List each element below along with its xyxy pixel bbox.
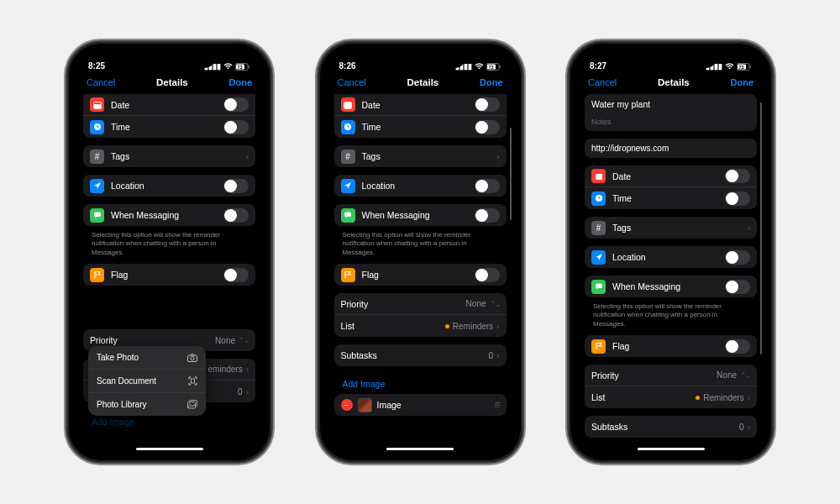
- nav-bar: Cancel Details Done: [328, 72, 513, 94]
- scan-document-item[interactable]: Scan Document: [88, 370, 206, 393]
- location-toggle[interactable]: [475, 179, 500, 193]
- subtasks-row[interactable]: Subtasks 0 ›: [334, 344, 507, 366]
- message-icon: [341, 208, 355, 223]
- phone-1: 8:25 ▮▮▮▮ 73 Cancel Details Done Date: [67, 42, 271, 462]
- add-image-link[interactable]: Add Image: [334, 374, 507, 394]
- messaging-hint: Selecting this option will show the remi…: [334, 228, 507, 264]
- tags-row[interactable]: # Tags ›: [83, 145, 255, 167]
- messaging-toggle[interactable]: [223, 208, 249, 223]
- phone-3: 8:27 ▮▮▮▮ 73 Cancel Details Done Water m…: [569, 42, 773, 462]
- message-icon: [90, 208, 104, 223]
- list-row[interactable]: List Reminders ›: [585, 386, 757, 408]
- photo-library-item[interactable]: Photo Library: [88, 393, 206, 416]
- done-button[interactable]: Done: [731, 77, 754, 87]
- location-toggle[interactable]: [223, 179, 249, 193]
- svg-rect-25: [596, 174, 602, 180]
- date-row[interactable]: Date: [585, 165, 757, 187]
- updown-icon: ⌃⌄: [490, 300, 500, 308]
- hash-icon: #: [341, 150, 355, 164]
- wifi-icon: [475, 63, 484, 70]
- flag-icon: [90, 268, 104, 282]
- flag-toggle[interactable]: [725, 339, 750, 354]
- chevron-right-icon: ›: [748, 393, 750, 402]
- scrollbar[interactable]: [760, 102, 762, 354]
- flag-icon: [341, 268, 355, 282]
- priority-row[interactable]: Priority None ⌃⌄: [334, 293, 507, 315]
- image-thumbnail[interactable]: [358, 398, 372, 412]
- date-toggle[interactable]: [223, 97, 249, 112]
- updown-icon: ⌃⌄: [740, 371, 750, 380]
- image-source-menu: Take Photo Scan Document Photo Library: [88, 346, 206, 416]
- wifi-icon: [223, 63, 233, 70]
- svg-rect-16: [499, 66, 500, 68]
- done-button[interactable]: Done: [229, 77, 253, 87]
- done-button[interactable]: Done: [480, 77, 503, 87]
- cancel-button[interactable]: Cancel: [338, 77, 366, 87]
- updown-icon: ⌃⌄: [239, 336, 249, 344]
- date-toggle[interactable]: [725, 169, 750, 183]
- battery-icon: 73: [235, 63, 250, 71]
- time-row[interactable]: Time: [334, 116, 507, 138]
- message-icon: [591, 280, 606, 294]
- notes-field[interactable]: Notes: [585, 114, 757, 131]
- location-row[interactable]: Location: [585, 246, 757, 268]
- cancel-button[interactable]: Cancel: [588, 77, 617, 87]
- title-field[interactable]: Water my plant: [585, 94, 757, 114]
- location-toggle[interactable]: [725, 250, 750, 265]
- messaging-toggle[interactable]: [725, 280, 750, 294]
- messaging-hint: Selecting this option will show the remi…: [585, 299, 757, 335]
- notch: [123, 50, 216, 68]
- location-icon: [341, 179, 355, 193]
- hash-icon: #: [90, 150, 104, 164]
- take-photo-item[interactable]: Take Photo: [88, 346, 206, 370]
- messaging-row[interactable]: When Messaging: [83, 204, 255, 226]
- status-time: 8:25: [88, 61, 105, 71]
- wifi-icon: [725, 63, 734, 70]
- messaging-row[interactable]: When Messaging: [334, 204, 507, 226]
- chevron-right-icon: ›: [496, 152, 499, 161]
- date-row[interactable]: Date: [334, 94, 507, 116]
- list-row[interactable]: List Reminders ›: [334, 315, 507, 337]
- calendar-icon: [90, 97, 104, 112]
- messaging-toggle[interactable]: [475, 208, 500, 223]
- url-field[interactable]: http://idropnews.com: [585, 139, 757, 158]
- nav-bar: Cancel Details Done: [578, 72, 764, 94]
- flag-icon: [591, 339, 606, 354]
- time-row[interactable]: Time: [585, 187, 757, 209]
- home-indicator[interactable]: [136, 448, 203, 450]
- time-toggle[interactable]: [725, 192, 750, 206]
- home-indicator[interactable]: [638, 448, 705, 450]
- notch: [374, 50, 466, 68]
- nav-title: Details: [156, 77, 188, 87]
- time-toggle[interactable]: [223, 120, 249, 134]
- tags-row[interactable]: # Tags ›: [334, 145, 507, 167]
- location-icon: [591, 250, 606, 265]
- flag-toggle[interactable]: [223, 268, 249, 282]
- battery-icon: 73: [486, 63, 501, 71]
- time-toggle[interactable]: [475, 120, 500, 134]
- location-row[interactable]: Location: [83, 175, 255, 197]
- svg-point-9: [191, 356, 194, 360]
- flag-row[interactable]: Flag: [585, 335, 757, 357]
- date-toggle[interactable]: [475, 97, 500, 112]
- tags-row[interactable]: # Tags ›: [585, 217, 757, 239]
- subtasks-row[interactable]: Subtasks 0 ›: [585, 416, 757, 438]
- drag-handle-icon[interactable]: ≡: [494, 399, 499, 411]
- messaging-row[interactable]: When Messaging: [585, 276, 757, 297]
- flag-row[interactable]: Flag: [83, 264, 255, 286]
- time-row[interactable]: Time: [83, 116, 255, 138]
- chevron-right-icon: ›: [246, 365, 249, 374]
- image-row[interactable]: − Image ≡: [334, 394, 507, 416]
- svg-rect-5: [94, 102, 101, 104]
- remove-icon[interactable]: −: [341, 399, 353, 411]
- list-color-dot: [696, 396, 700, 400]
- flag-toggle[interactable]: [475, 268, 500, 282]
- home-indicator[interactable]: [386, 448, 454, 450]
- notch: [625, 50, 717, 68]
- cancel-button[interactable]: Cancel: [87, 77, 115, 87]
- flag-row[interactable]: Flag: [334, 264, 507, 286]
- date-row[interactable]: Date: [83, 94, 255, 116]
- location-row[interactable]: Location: [334, 175, 507, 197]
- priority-row[interactable]: Priority None ⌃⌄: [585, 365, 757, 386]
- scrollbar[interactable]: [510, 128, 512, 220]
